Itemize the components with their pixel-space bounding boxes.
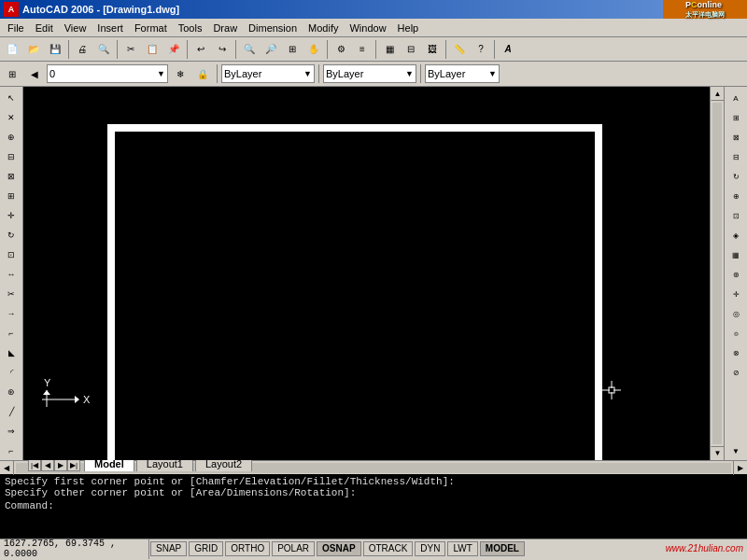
layer-previous-button[interactable]: ◀ — [24, 63, 45, 84]
menu-view[interactable]: View — [59, 21, 92, 35]
save-button[interactable]: 💾 — [45, 39, 65, 60]
model-button[interactable]: MODEL — [480, 541, 525, 556]
osnap-button[interactable]: OSNAP — [317, 541, 361, 556]
rt-btn-5[interactable]: ↻ — [726, 167, 745, 186]
tab-prev-button[interactable]: ◀ — [41, 458, 54, 471]
menu-draw[interactable]: Draw — [207, 21, 243, 35]
mirror-button[interactable]: ⊟ — [2, 147, 21, 166]
menu-tools[interactable]: Tools — [173, 21, 208, 35]
rt-bottom-btn[interactable]: ▼ — [726, 441, 745, 460]
extend-button[interactable]: → — [2, 304, 21, 323]
zoom-extents-button[interactable]: ⊞ — [282, 39, 303, 60]
v-scrollbar[interactable]: ▲ ▼ — [710, 87, 724, 460]
dist-button[interactable]: 📏 — [449, 39, 470, 60]
menu-modify[interactable]: Modify — [303, 21, 344, 35]
scroll-left-button[interactable]: ◀ — [0, 461, 14, 475]
tab-first-button[interactable]: |◀ — [28, 458, 41, 471]
explode-button[interactable]: ⊛ — [2, 383, 21, 401]
dyn-button[interactable]: DYN — [415, 541, 445, 556]
rt-btn-11[interactable]: ✛ — [726, 285, 745, 303]
move-button[interactable]: ✛ — [2, 206, 21, 225]
polar-button[interactable]: POLAR — [272, 541, 315, 556]
freeze-button[interactable]: ❄ — [170, 63, 190, 84]
pan-button[interactable]: ✋ — [303, 39, 324, 60]
break-button[interactable]: ⌐ — [2, 324, 21, 343]
rt-btn-6[interactable]: ⊕ — [726, 187, 745, 205]
layer-manager-button[interactable]: ⊞ — [2, 63, 22, 84]
line-button[interactable]: ╱ — [2, 402, 21, 421]
zoom-in-button[interactable]: 🔍 — [239, 39, 260, 60]
layer-dropdown-arrow[interactable]: ▼ — [157, 69, 165, 78]
properties-button[interactable]: ⚙ — [331, 39, 351, 60]
select-button[interactable]: ↖ — [2, 89, 21, 107]
offset-button[interactable]: ⊠ — [2, 167, 21, 186]
paste-button[interactable]: 📌 — [163, 39, 184, 60]
rt-btn-13[interactable]: ⌾ — [726, 324, 745, 343]
cut-button[interactable]: ✂ — [120, 39, 141, 60]
menu-edit[interactable]: Edit — [30, 21, 59, 35]
copy-button[interactable]: 📋 — [142, 39, 162, 60]
color-dropdown-arrow[interactable]: ▼ — [303, 69, 312, 78]
print-button[interactable]: 🖨 — [72, 39, 92, 60]
layer-dropdown[interactable]: 0 ▼ — [47, 64, 168, 83]
erase-button[interactable]: ✕ — [2, 108, 21, 127]
scroll-right-button[interactable]: ▶ — [733, 461, 747, 475]
scroll-up-button[interactable]: ▲ — [711, 87, 725, 101]
rt-btn-2[interactable]: ⊞ — [726, 108, 745, 127]
xref-button[interactable]: ⊟ — [401, 39, 421, 60]
tab-next-button[interactable]: ▶ — [54, 458, 67, 471]
menu-dimension[interactable]: Dimension — [243, 21, 303, 35]
tab-last-button[interactable]: ▶| — [67, 458, 80, 471]
help-button[interactable]: ? — [471, 39, 491, 60]
lwt-button[interactable]: LWT — [447, 541, 477, 556]
redo-button[interactable]: ↪ — [212, 39, 233, 60]
drawing-canvas[interactable]: Y X — [23, 87, 710, 460]
menu-file[interactable]: File — [2, 21, 30, 35]
stretch-button[interactable]: ↔ — [2, 265, 21, 284]
menu-format[interactable]: Format — [129, 21, 173, 35]
new-button[interactable]: 📄 — [2, 39, 22, 60]
trim-button[interactable]: ✂ — [2, 285, 21, 303]
preview-button[interactable]: 🔍 — [93, 39, 114, 60]
chamfer-button[interactable]: ◣ — [2, 343, 21, 362]
otrack-button[interactable]: OTRACK — [363, 541, 414, 556]
rt-btn-15[interactable]: ⊘ — [726, 363, 745, 382]
open-button[interactable]: 📂 — [23, 39, 44, 60]
scale-button[interactable]: ⊡ — [2, 245, 21, 264]
rt-btn-4[interactable]: ⊟ — [726, 147, 745, 166]
color-dropdown[interactable]: ByLayer ▼ — [221, 64, 315, 83]
grid-button[interactable]: GRID — [189, 541, 223, 556]
rt-btn-7[interactable]: ⊡ — [726, 206, 745, 225]
scroll-thumb[interactable] — [712, 103, 722, 444]
lock-button[interactable]: 🔒 — [192, 63, 213, 84]
snap-button[interactable]: SNAP — [150, 541, 187, 556]
insert-block-button[interactable]: ▦ — [379, 39, 400, 60]
copy-obj-button[interactable]: ⊕ — [2, 128, 21, 147]
rt-btn-1[interactable]: A — [726, 89, 745, 107]
rt-btn-9[interactable]: ▦ — [726, 245, 745, 264]
array-button[interactable]: ⊞ — [2, 187, 21, 205]
lineweight-dropdown-arrow[interactable]: ▼ — [488, 69, 497, 78]
lineweight-dropdown[interactable]: ByLayer ▼ — [425, 64, 500, 83]
polyline-button[interactable]: ⌐ — [2, 441, 21, 460]
ray-button[interactable]: ⇒ — [2, 422, 21, 441]
text-style-button[interactable]: A — [498, 39, 518, 60]
rt-btn-10[interactable]: ⊛ — [726, 265, 745, 284]
fillet-button[interactable]: ◜ — [2, 363, 21, 382]
rotate-button[interactable]: ↻ — [2, 226, 21, 245]
rt-btn-3[interactable]: ⊠ — [726, 128, 745, 147]
tab-nav[interactable]: |◀ ◀ ▶ ▶| — [28, 458, 80, 471]
linetype-dropdown[interactable]: ByLayer ▼ — [323, 64, 416, 83]
image-button[interactable]: 🖼 — [422, 39, 443, 60]
rt-btn-12[interactable]: ◎ — [726, 304, 745, 323]
undo-button[interactable]: ↩ — [190, 39, 211, 60]
menu-window[interactable]: Window — [344, 21, 391, 35]
scroll-down-button[interactable]: ▼ — [711, 446, 725, 460]
command-input[interactable] — [58, 500, 742, 511]
rt-btn-8[interactable]: ◈ — [726, 226, 745, 245]
ortho-button[interactable]: ORTHO — [225, 541, 270, 556]
linetype-dropdown-arrow[interactable]: ▼ — [405, 69, 414, 78]
match-properties-button[interactable]: ≡ — [352, 39, 373, 60]
rt-btn-14[interactable]: ⊗ — [726, 343, 745, 362]
menu-insert[interactable]: Insert — [92, 21, 129, 35]
